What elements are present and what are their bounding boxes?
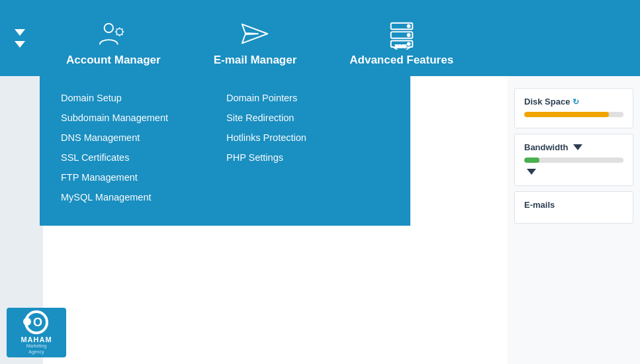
dropdown-item-subdomain-mgmt[interactable]: Subdomain Management (60, 109, 225, 126)
bandwidth-card: Bandwidth (514, 134, 633, 186)
svg-line-8 (122, 28, 122, 29)
svg-marker-10 (242, 24, 267, 44)
svg-point-0 (105, 24, 113, 32)
dropdown-item-domain-pointers[interactable]: Domain Pointers (225, 89, 390, 107)
dropdown-col-2: Domain Pointers Site Redirection Hotlink… (225, 89, 390, 206)
logo-circle: O (24, 310, 48, 334)
disk-space-card: Disk Space ↻ (514, 88, 633, 128)
emails-card: E-mails (514, 191, 633, 224)
account-manager-icon (97, 18, 129, 50)
svg-text:WWW: WWW (395, 44, 406, 48)
right-panel: Disk Space ↻ Bandwidth E-mails (508, 76, 640, 364)
svg-line-7 (122, 34, 122, 34)
dropdown-menu: Domain Setup Subdomain Management DNS Ma… (40, 76, 410, 226)
logo-area: O MAHAM MarketingAgency (7, 308, 66, 357)
arrow-down-1 (15, 29, 25, 36)
logo-main-text: MAHAM (21, 336, 52, 343)
logo-letter: O (33, 316, 42, 330)
dropdown-item-hotlinks-protection[interactable]: Hotlinks Protection (225, 129, 390, 146)
bandwidth-bar (524, 158, 623, 163)
dropdown-item-dns-mgmt[interactable]: DNS Management (60, 129, 225, 146)
disk-space-fill (524, 112, 609, 117)
account-manager-label: Account Manager (66, 54, 161, 67)
svg-point-14 (407, 25, 410, 28)
bandwidth-arrow-icon-2 (527, 169, 536, 175)
logo-dot (23, 318, 31, 326)
dropdown-item-mysql-mgmt[interactable]: MySQL Management (60, 189, 225, 206)
bandwidth-arrow-icon (573, 144, 582, 150)
dropdown-item-domain-setup[interactable]: Domain Setup (60, 89, 225, 107)
svg-line-6 (116, 28, 117, 29)
svg-line-9 (116, 34, 117, 34)
svg-point-16 (407, 42, 410, 45)
logo-sub-text: MarketingAgency (26, 343, 47, 355)
dropdown-item-php-settings[interactable]: PHP Settings (225, 149, 390, 166)
top-navigation: Account Manager E-mail Manager WW (0, 0, 640, 76)
advanced-features-icon: WWW (386, 18, 418, 50)
bandwidth-title: Bandwidth (524, 142, 623, 152)
nav-item-email-manager[interactable]: E-mail Manager (187, 0, 324, 76)
svg-point-1 (116, 28, 123, 35)
email-manager-icon (239, 18, 271, 50)
dropdown-col-1: Domain Setup Subdomain Management DNS Ma… (60, 89, 225, 206)
arrow-down-2 (15, 41, 25, 48)
dropdown-item-site-redirection[interactable]: Site Redirection (225, 109, 390, 126)
nav-item-advanced-features[interactable]: WWW Advanced Features (323, 0, 480, 76)
emails-title: E-mails (524, 200, 623, 210)
dropdown-item-ftp-mgmt[interactable]: FTP Management (60, 169, 225, 186)
svg-point-15 (407, 34, 410, 36)
dropdown-item-ssl-certs[interactable]: SSL Certificates (60, 149, 225, 166)
nav-arrows (0, 0, 40, 76)
nav-item-account-manager[interactable]: Account Manager (40, 0, 187, 76)
disk-space-bar (524, 112, 623, 117)
advanced-features-label: Advanced Features (349, 54, 453, 67)
email-manager-label: E-mail Manager (214, 54, 297, 67)
bandwidth-fill (524, 158, 539, 163)
disk-space-title: Disk Space ↻ (524, 97, 623, 107)
disk-refresh-icon[interactable]: ↻ (572, 97, 579, 107)
